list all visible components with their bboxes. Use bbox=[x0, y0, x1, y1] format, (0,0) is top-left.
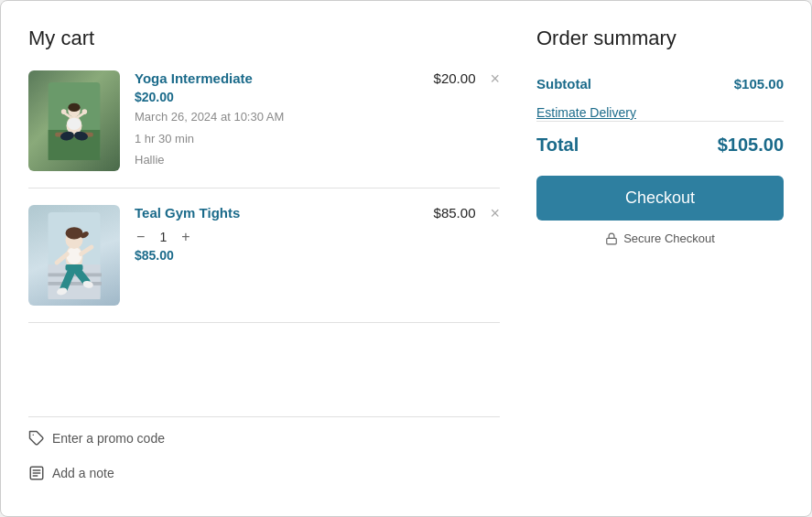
svg-point-5 bbox=[68, 102, 80, 111]
svg-rect-23 bbox=[66, 264, 83, 271]
tights-remove-button[interactable]: × bbox=[490, 205, 500, 221]
note-section[interactable]: Add a note bbox=[28, 456, 500, 490]
spacer bbox=[28, 339, 500, 416]
svg-point-22 bbox=[66, 247, 81, 264]
tights-figure-svg bbox=[47, 212, 102, 299]
note-label: Add a note bbox=[52, 466, 114, 480]
quantity-value: 1 bbox=[156, 230, 170, 244]
summary-divider bbox=[536, 121, 784, 122]
svg-point-12 bbox=[67, 117, 81, 129]
tag-icon bbox=[28, 430, 45, 447]
subtotal-value: $105.00 bbox=[734, 76, 784, 92]
yoga-item-details: Yoga Intermediate $20.00 March 26, 2024 … bbox=[135, 70, 406, 169]
yoga-item-date: March 26, 2024 at 10:30 AM bbox=[135, 108, 406, 126]
tights-item-price-right: $85.00 bbox=[420, 205, 475, 221]
yoga-item-row: Yoga Intermediate $20.00 March 26, 2024 … bbox=[135, 70, 500, 169]
secure-checkout-label: Secure Checkout bbox=[623, 232, 715, 245]
svg-point-27 bbox=[66, 227, 83, 239]
order-summary: Order summary Subtotal $105.00 Estimate … bbox=[527, 27, 784, 490]
quantity-decrease-button[interactable]: − bbox=[135, 230, 146, 244]
total-value: $105.00 bbox=[718, 135, 784, 156]
svg-rect-34 bbox=[607, 238, 617, 243]
estimate-delivery-text: Estimate Delivery bbox=[536, 105, 636, 120]
total-label: Total bbox=[536, 135, 579, 156]
svg-point-8 bbox=[61, 109, 67, 114]
svg-point-9 bbox=[82, 109, 88, 114]
yoga-figure-svg bbox=[47, 82, 102, 160]
note-icon bbox=[28, 465, 45, 481]
item-image-yoga bbox=[28, 70, 120, 171]
promo-label: Enter a promo code bbox=[52, 431, 165, 446]
estimate-delivery-link[interactable]: Estimate Delivery bbox=[536, 104, 784, 121]
subtotal-label: Subtotal bbox=[536, 76, 591, 92]
svg-rect-16 bbox=[49, 282, 103, 285]
total-row: Total $105.00 bbox=[536, 135, 784, 156]
page-container: My cart bbox=[0, 0, 812, 517]
yoga-item-price-right: $20.00 bbox=[420, 70, 475, 86]
lock-icon bbox=[605, 232, 618, 245]
cart-title: My cart bbox=[28, 27, 500, 50]
tights-item-details: Teal Gym Tights − 1 + $85.00 bbox=[135, 205, 406, 263]
yoga-item-name: Yoga Intermediate bbox=[135, 70, 406, 86]
tights-item-price-main: $85.00 bbox=[135, 248, 406, 263]
item-image-tights bbox=[28, 205, 120, 306]
cart-item-tights: Teal Gym Tights − 1 + $85.00 $85.00 × bbox=[28, 205, 500, 323]
tights-item-row: Teal Gym Tights − 1 + $85.00 $85.00 × bbox=[135, 205, 500, 263]
quantity-increase-button[interactable]: + bbox=[179, 230, 191, 244]
yoga-item-price-main: $20.00 bbox=[135, 90, 406, 104]
subtotal-row: Subtotal $105.00 bbox=[536, 76, 784, 92]
promo-section[interactable]: Enter a promo code bbox=[28, 416, 500, 456]
cart-section: My cart bbox=[28, 27, 500, 490]
yoga-item-duration: 1 hr 30 min bbox=[135, 130, 406, 148]
yoga-remove-button[interactable]: × bbox=[490, 70, 500, 87]
cart-item-yoga: Yoga Intermediate $20.00 March 26, 2024 … bbox=[28, 70, 500, 188]
checkout-button[interactable]: Checkout bbox=[536, 176, 784, 221]
quantity-controls: − 1 + bbox=[135, 230, 406, 244]
summary-title: Order summary bbox=[536, 27, 784, 50]
tights-item-name: Teal Gym Tights bbox=[135, 205, 406, 221]
secure-checkout-row: Secure Checkout bbox=[536, 232, 784, 245]
yoga-item-instructor: Hallie bbox=[135, 151, 406, 169]
